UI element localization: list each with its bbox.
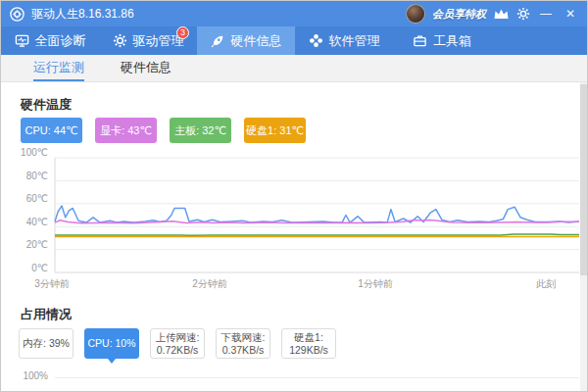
x-tick-3min: 3分钟前 bbox=[34, 277, 70, 291]
temperature-section-title: 硬件温度 bbox=[21, 96, 72, 114]
window-title: 驱动人生8.16.31.86 bbox=[31, 6, 406, 23]
tab-label: 全面诊断 bbox=[35, 32, 86, 50]
driver-update-count-badge: 3 bbox=[176, 26, 189, 39]
crown-icon[interactable] bbox=[493, 8, 510, 21]
user-avatar[interactable] bbox=[406, 4, 425, 24]
rocket-icon bbox=[211, 33, 225, 48]
scrollbar-thumb[interactable] bbox=[580, 84, 587, 275]
x-tick-2min: 2分钟前 bbox=[192, 277, 227, 291]
apps-icon bbox=[309, 33, 323, 48]
tab-label: 硬件信息 bbox=[231, 32, 282, 50]
cpu-temp-badge[interactable]: CPU: 44℃ bbox=[21, 118, 82, 143]
tab-driver-management[interactable]: 驱动管理 3 bbox=[99, 26, 197, 55]
badge-label: 硬盘1: bbox=[294, 331, 323, 344]
disk-speed-badge[interactable]: 硬盘1: 129KB/s bbox=[281, 328, 336, 359]
toolbox-icon bbox=[413, 33, 427, 48]
scrollbar-track[interactable] bbox=[580, 82, 587, 392]
tab-toolbox[interactable]: 工具箱 bbox=[393, 26, 491, 55]
monitor-icon bbox=[15, 33, 29, 48]
usage-badges: 内存: 39% CPU: 10% 上传网速: 0.72KB/s 下载网速: 0.… bbox=[19, 328, 336, 359]
active-badge-pointer bbox=[108, 359, 116, 364]
close-button[interactable]: ✕ bbox=[562, 1, 579, 26]
badge-label: CPU: 10% bbox=[87, 337, 135, 350]
usage-chart-gridline bbox=[55, 377, 579, 378]
gpu-temp-badge[interactable]: 显卡: 43℃ bbox=[95, 118, 157, 143]
tab-label: 工具箱 bbox=[433, 32, 471, 50]
settings-gear-icon[interactable] bbox=[516, 7, 530, 21]
badge-value: 129KB/s bbox=[289, 344, 328, 357]
download-speed-badge[interactable]: 下载网速: 0.37KB/s bbox=[216, 328, 270, 359]
minimize-button[interactable]: — bbox=[537, 1, 555, 26]
tab-hardware-info[interactable]: 硬件信息 bbox=[197, 26, 295, 55]
title-bar: 驱动人生8.16.31.86 会员享特权 — ✕ bbox=[1, 1, 587, 26]
x-tick-now: 此刻 bbox=[536, 277, 556, 291]
content-area: 硬件温度 CPU: 44℃ 显卡: 43℃ 主板: 32℃ 硬盘1: 31℃ 1… bbox=[1, 82, 587, 392]
disk-temp-badge[interactable]: 硬盘1: 31℃ bbox=[244, 118, 306, 143]
tab-software-management[interactable]: 软件管理 bbox=[295, 26, 393, 55]
sub-nav: 运行监测 硬件信息 bbox=[1, 55, 587, 82]
mainboard-temp-badge[interactable]: 主板: 32℃ bbox=[170, 118, 231, 143]
gear-icon bbox=[113, 33, 127, 48]
badge-value: 0.37KB/s bbox=[222, 344, 265, 357]
member-privilege-link[interactable]: 会员享特权 bbox=[432, 7, 486, 22]
app-logo-icon bbox=[9, 6, 25, 23]
usage-section-title: 占用情况 bbox=[21, 306, 72, 323]
badge-label: 内存: 39% bbox=[23, 337, 70, 350]
usage-y-tick-100: 100% bbox=[1, 370, 48, 381]
subtab-hardware-info[interactable]: 硬件信息 bbox=[121, 55, 172, 81]
temperature-chart bbox=[1, 153, 581, 275]
memory-usage-badge[interactable]: 内存: 39% bbox=[19, 328, 74, 359]
upload-speed-badge[interactable]: 上传网速: 0.72KB/s bbox=[150, 328, 205, 359]
badge-label: 下载网速: bbox=[221, 331, 266, 344]
tab-label: 软件管理 bbox=[329, 32, 380, 50]
badge-value: 0.72KB/s bbox=[157, 344, 199, 357]
main-nav: 全面诊断 驱动管理 3 硬件信息 bbox=[1, 26, 587, 55]
temperature-badges: CPU: 44℃ 显卡: 43℃ 主板: 32℃ 硬盘1: 31℃ bbox=[21, 118, 306, 143]
subtab-running-monitor[interactable]: 运行监测 bbox=[33, 55, 84, 81]
cpu-usage-badge[interactable]: CPU: 10% bbox=[84, 328, 139, 359]
badge-label: 上传网速: bbox=[156, 331, 200, 344]
tab-full-diagnosis[interactable]: 全面诊断 bbox=[1, 26, 99, 55]
x-tick-1min: 1分钟前 bbox=[358, 277, 393, 291]
app-window: 驱动人生8.16.31.86 会员享特权 — ✕ bbox=[0, 0, 588, 392]
